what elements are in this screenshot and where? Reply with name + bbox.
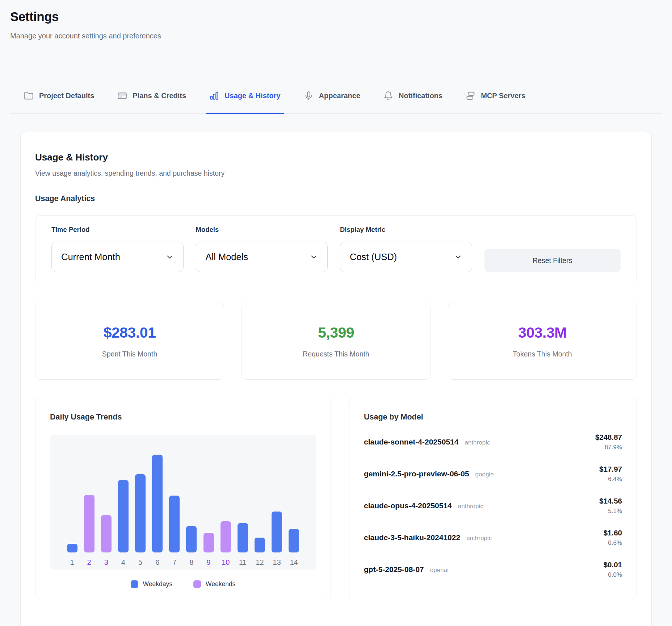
model-row-gpt-5-2025-08-07: gpt-5-2025-08-07openai$0.010.0%	[364, 554, 622, 585]
model-percent: 6.4%	[599, 476, 622, 483]
stats-row: $283.01Spent This Month5,399Requests Thi…	[35, 303, 637, 380]
stat-label: Spent This Month	[102, 350, 157, 358]
bar-column-day-11: 11	[237, 523, 248, 567]
x-axis-label: 2	[87, 558, 91, 567]
usage-analytics-heading: Usage Analytics	[35, 194, 637, 203]
model-row-gemini-2-5-pro-preview-06-05: gemini-2.5-pro-preview-06-05google$17.97…	[364, 458, 622, 490]
tab-appearance[interactable]: Appearance	[304, 91, 361, 113]
model-name: gpt-5-2025-08-07	[364, 565, 424, 574]
model-provider: anthropic	[465, 439, 490, 446]
page-subtitle: Manage your account settings and prefere…	[10, 32, 662, 40]
tab-usage-history[interactable]: Usage & History	[209, 91, 281, 113]
chart-title: Daily Usage Trends	[50, 413, 316, 422]
credit-card-icon	[117, 91, 127, 101]
chart-plot: 1234567891011121314	[50, 435, 316, 569]
filter-label: Models	[196, 226, 328, 234]
model-info: claude-3-5-haiku-20241022anthropic	[364, 533, 492, 542]
model-row-claude-opus-4-20250514: claude-opus-4-20250514anthropic$14.565.1…	[364, 490, 622, 522]
x-axis-label: 14	[290, 558, 298, 567]
usage-bar	[101, 515, 112, 552]
x-axis-label: 4	[121, 558, 125, 567]
model-info: gpt-5-2025-08-07openai	[364, 565, 449, 574]
x-axis-label: 7	[172, 558, 176, 567]
panels-row: Daily Usage Trends 1234567891011121314 W…	[35, 398, 637, 599]
legend-swatch	[193, 580, 201, 588]
bar-column-day-4: 4	[118, 480, 129, 567]
model-cost: $17.976.4%	[599, 465, 622, 483]
stat-card-tokens-this-month: 303.3MTokens This Month	[448, 303, 637, 380]
usage-bar	[186, 526, 197, 552]
legend-label: Weekends	[206, 580, 235, 588]
bar-column-day-10: 10	[220, 521, 231, 567]
section-subtitle: View usage analytics, spending trends, a…	[35, 169, 637, 178]
x-axis-label: 12	[256, 558, 264, 567]
x-axis-label: 13	[273, 558, 281, 567]
model-amount: $0.01	[604, 560, 622, 569]
microphone-icon	[304, 91, 314, 101]
select-models[interactable]: All Models	[196, 242, 328, 272]
usage-bar	[84, 495, 94, 552]
x-axis-label: 3	[104, 558, 108, 567]
model-name: claude-opus-4-20250514	[364, 501, 452, 510]
model-name: claude-3-5-haiku-20241022	[364, 533, 460, 542]
stat-card-requests-this-month: 5,399Requests This Month	[242, 303, 430, 380]
x-axis-label: 6	[155, 558, 159, 567]
chevron-down-icon	[454, 253, 462, 261]
tab-mcp-servers[interactable]: MCP Servers	[466, 91, 525, 113]
select-time-period[interactable]: Current Month	[51, 242, 184, 272]
usage-by-model-title: Usage by Model	[364, 413, 622, 422]
select-display-metric[interactable]: Cost (USD)	[340, 242, 472, 272]
filter-label: Time Period	[51, 226, 184, 234]
model-amount: $17.97	[599, 465, 622, 473]
usage-bar	[203, 533, 214, 552]
chart-legend: WeekdaysWeekends	[50, 580, 316, 588]
model-row-claude-sonnet-4-20250514: claude-sonnet-4-20250514anthropic$248.87…	[364, 426, 622, 458]
model-name: claude-sonnet-4-20250514	[364, 438, 458, 446]
x-axis-label: 10	[222, 558, 230, 567]
x-axis-label: 5	[138, 558, 142, 567]
stat-value: 303.3M	[518, 324, 567, 341]
tab-bar: Project DefaultsPlans & CreditsUsage & H…	[10, 50, 662, 114]
bar-column-day-12: 12	[255, 538, 265, 567]
stat-value: $283.01	[104, 324, 156, 341]
usage-bar	[135, 474, 146, 552]
main-card: Usage & History View usage analytics, sp…	[20, 132, 652, 626]
tab-project-defaults[interactable]: Project Defaults	[24, 91, 94, 113]
usage-bar	[220, 521, 231, 552]
bar-column-day-8: 8	[186, 526, 197, 567]
x-axis-label: 8	[189, 558, 193, 567]
usage-bar	[255, 538, 265, 552]
bell-icon	[383, 91, 393, 101]
usage-bar	[272, 512, 282, 552]
filter-field-time-period: Time PeriodCurrent Month	[51, 226, 184, 272]
select-value: Cost (USD)	[350, 252, 397, 262]
model-info: gemini-2.5-pro-preview-06-05google	[364, 470, 494, 478]
stat-label: Requests This Month	[303, 350, 369, 358]
tab-plans-credits[interactable]: Plans & Credits	[117, 91, 186, 113]
reset-filters-button[interactable]: Reset Filters	[484, 249, 621, 272]
bar-chart-icon	[209, 91, 219, 101]
legend-label: Weekdays	[143, 580, 172, 588]
model-info: claude-sonnet-4-20250514anthropic	[364, 438, 490, 446]
usage-bar	[238, 523, 248, 552]
model-provider: google	[475, 471, 494, 478]
tab-label: Appearance	[319, 92, 361, 100]
stat-label: Tokens This Month	[513, 350, 572, 358]
bar-column-day-7: 7	[169, 496, 180, 567]
usage-bar	[67, 544, 77, 552]
usage-bar	[152, 455, 163, 552]
model-cost: $14.565.1%	[599, 497, 622, 515]
model-amount: $14.56	[599, 497, 622, 505]
model-row-claude-3-5-haiku-20241022: claude-3-5-haiku-20241022anthropic$1.600…	[364, 522, 622, 554]
bar-column-day-13: 13	[272, 512, 282, 567]
bar-column-day-14: 14	[289, 529, 299, 567]
bar-column-day-2: 2	[84, 495, 94, 567]
legend-item-weekends: Weekends	[193, 580, 235, 588]
stat-card-spent-this-month: $283.01Spent This Month	[35, 303, 224, 380]
tab-notifications[interactable]: Notifications	[383, 91, 442, 113]
daily-usage-panel: Daily Usage Trends 1234567891011121314 W…	[35, 398, 331, 599]
tab-label: Plans & Credits	[133, 92, 186, 100]
bar-column-day-1: 1	[67, 544, 77, 567]
bar-column-day-6: 6	[152, 455, 163, 567]
usage-bar	[118, 480, 129, 552]
